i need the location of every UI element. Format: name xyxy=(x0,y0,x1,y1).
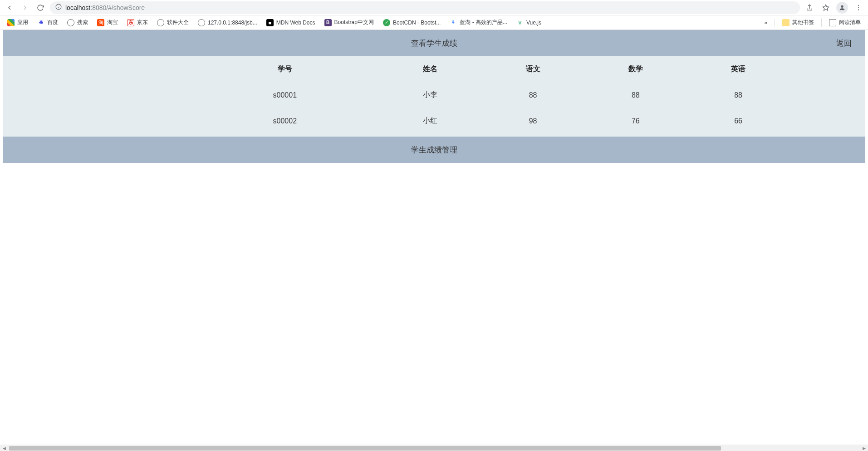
bookmark-localhost[interactable]: 127.0.0.1:8848/jsb... xyxy=(194,17,261,28)
table-row: s00001 小李 88 88 88 xyxy=(3,82,865,108)
lanhu-icon: ⚘ xyxy=(450,19,457,26)
other-bookmarks-label: 其他书签 xyxy=(792,19,814,26)
apps-button[interactable]: 应用 xyxy=(4,17,32,28)
bookmark-mdn[interactable]: ■ MDN Web Docs xyxy=(263,17,319,28)
bookmark-vue[interactable]: V Vue.js xyxy=(513,17,545,28)
chevron-right-icon: » xyxy=(764,20,767,26)
bookmark-taobao[interactable]: 淘 淘宝 xyxy=(93,17,122,28)
bookmark-label: Bootstrap中文网 xyxy=(334,19,374,26)
bootstrap-icon: B xyxy=(324,19,332,26)
bookmarks-bar: 应用 ❉ 百度 搜索 淘 淘宝 东 京东 软件大全 127.0.0.1:8848… xyxy=(0,15,868,30)
nav-forward-button[interactable] xyxy=(19,2,31,14)
page-header: 查看学生成绩 返回 xyxy=(3,30,865,56)
bookmark-baidu[interactable]: ❉ 百度 xyxy=(34,17,62,28)
jd-icon: 东 xyxy=(127,19,134,26)
globe-icon xyxy=(198,19,205,26)
col-math: 数学 xyxy=(584,56,687,82)
bookmark-jd[interactable]: 东 京东 xyxy=(123,17,152,28)
bookmark-star-button[interactable] xyxy=(820,2,832,14)
apps-icon xyxy=(7,19,15,26)
col-name: 姓名 xyxy=(379,56,481,82)
footer-title: 学生成绩管理 xyxy=(411,145,457,155)
url-text: localhost:8080/#/showScore xyxy=(65,4,145,11)
bookmark-label: 淘宝 xyxy=(107,19,118,26)
svg-point-6 xyxy=(858,5,859,6)
svg-point-5 xyxy=(841,5,843,7)
list-icon xyxy=(829,19,836,26)
col-english: 英语 xyxy=(687,56,790,82)
bookmark-label: MDN Web Docs xyxy=(276,20,315,26)
table-header-row: 学号 姓名 语文 数学 英语 xyxy=(3,56,865,82)
nav-back-button[interactable] xyxy=(4,2,15,14)
separator xyxy=(821,19,822,27)
bookmark-label: Vue.js xyxy=(526,20,541,26)
other-bookmarks-button[interactable]: 其他书签 xyxy=(779,17,818,28)
bookmarks-more-button[interactable]: » xyxy=(760,18,771,28)
bookmark-label: 127.0.0.1:8848/jsb... xyxy=(208,20,257,26)
bookmark-bootstrap[interactable]: B Bootstrap中文网 xyxy=(321,17,378,28)
profile-button[interactable] xyxy=(836,2,848,14)
cell-name: 小李 xyxy=(379,82,481,108)
bookmark-label: 蓝湖 - 高效的产品... xyxy=(460,19,507,26)
mdn-icon: ■ xyxy=(266,19,274,26)
cell-math: 76 xyxy=(584,108,687,134)
browser-toolbar: localhost:8080/#/showScore xyxy=(0,0,868,15)
apps-label: 应用 xyxy=(17,19,28,26)
cell-english: 66 xyxy=(687,108,790,134)
bookmark-label: 京东 xyxy=(137,19,148,26)
bootcdn-icon: ✓ xyxy=(383,19,390,26)
cell-id: s00001 xyxy=(191,82,379,108)
cell-math: 88 xyxy=(584,82,687,108)
svg-marker-4 xyxy=(823,5,829,10)
baidu-icon: ❉ xyxy=(37,19,44,26)
back-button[interactable]: 返回 xyxy=(836,38,852,49)
page-title: 查看学生成绩 xyxy=(411,38,457,49)
svg-point-8 xyxy=(858,9,859,10)
bookmark-search[interactable]: 搜索 xyxy=(64,17,92,28)
bookmark-label: 百度 xyxy=(47,19,58,26)
col-id: 学号 xyxy=(191,56,379,82)
bookmark-label: 软件大全 xyxy=(167,19,189,26)
svg-point-7 xyxy=(858,7,859,8)
site-info-icon[interactable] xyxy=(55,4,62,11)
url-bar[interactable]: localhost:8080/#/showScore xyxy=(50,1,800,14)
globe-icon xyxy=(67,19,74,26)
bookmark-label: 搜索 xyxy=(77,19,88,26)
cell-id: s00002 xyxy=(191,108,379,134)
cell-english: 88 xyxy=(687,82,790,108)
bookmark-label: BootCDN - Bootst... xyxy=(393,20,441,26)
cell-chinese: 98 xyxy=(481,108,584,134)
table-row: s00002 小红 98 76 66 xyxy=(3,108,865,134)
reading-list-button[interactable]: 阅读清单 xyxy=(825,17,864,28)
bookmark-software[interactable]: 软件大全 xyxy=(153,17,192,28)
cell-chinese: 88 xyxy=(481,82,584,108)
page-viewport[interactable]: 查看学生成绩 返回 学号 姓名 语文 数学 英语 xyxy=(0,30,868,445)
browser-menu-button[interactable] xyxy=(853,2,864,14)
folder-icon xyxy=(782,19,790,26)
globe-icon xyxy=(157,19,164,26)
nav-reload-button[interactable] xyxy=(34,2,46,14)
page-content: 查看学生成绩 返回 学号 姓名 语文 数学 英语 xyxy=(0,30,868,163)
bookmark-bootcdn[interactable]: ✓ BootCDN - Bootst... xyxy=(379,17,444,28)
reading-list-label: 阅读清单 xyxy=(839,19,861,26)
score-table-container: 学号 姓名 语文 数学 英语 s00001 小李 88 88 xyxy=(3,56,865,137)
col-chinese: 语文 xyxy=(481,56,584,82)
score-table: 学号 姓名 语文 数学 英语 s00001 小李 88 88 xyxy=(3,56,865,134)
bookmark-lanhu[interactable]: ⚘ 蓝湖 - 高效的产品... xyxy=(446,17,511,28)
separator xyxy=(775,19,775,27)
share-button[interactable] xyxy=(804,2,815,14)
vue-icon: V xyxy=(516,19,524,26)
page-footer: 学生成绩管理 xyxy=(3,137,865,163)
taobao-icon: 淘 xyxy=(97,19,104,26)
cell-name: 小红 xyxy=(379,108,481,134)
